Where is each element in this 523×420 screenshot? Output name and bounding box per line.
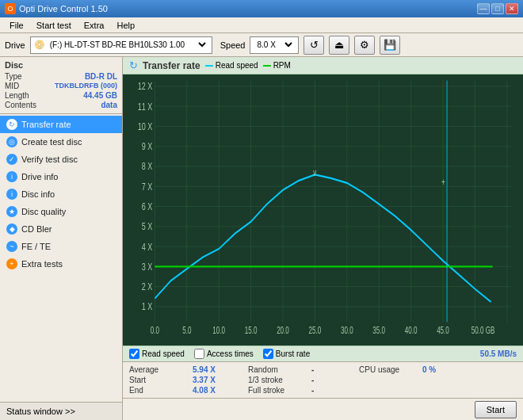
svg-text:2 X: 2 X [142, 281, 153, 292]
transfer-rate-icon: ↻ [6, 119, 17, 130]
window-title: Opti Drive Control 1.50 [19, 4, 477, 13]
nav-disc-info[interactable]: i Disc info [0, 185, 122, 203]
status-window-button[interactable]: Status window >> [0, 402, 122, 420]
nav-extra-tests[interactable]: + Extra tests [0, 255, 122, 273]
legend-read-speed-dot [205, 65, 213, 67]
avg-value: 5.94 X [193, 365, 248, 374]
legend-rpm-dot [263, 65, 271, 67]
stat-empty1-val [422, 376, 478, 384]
svg-text:45.0: 45.0 [437, 326, 449, 336]
burst-rate-checkbox[interactable] [263, 349, 273, 359]
access-times-checkbox[interactable] [194, 349, 204, 359]
random-value: - [311, 365, 359, 374]
read-speed-opt-label: Read speed [142, 349, 185, 358]
svg-text:4 X: 4 X [142, 241, 153, 252]
cpu-value: 0 % [422, 365, 478, 374]
svg-text:+: + [441, 177, 445, 187]
read-speed-option[interactable]: Read speed [129, 349, 185, 359]
drive-label: Drive [5, 40, 25, 50]
svg-text:12 X: 12 X [138, 81, 153, 92]
nav-cd-bler-label: CD Bler [21, 224, 52, 234]
nav-create-test-disc-label: Create test disc [21, 137, 82, 147]
nav-create-test-disc[interactable]: ◎ Create test disc [0, 133, 122, 151]
start-button[interactable]: Start [475, 401, 517, 418]
nav-extra-tests-label: Extra tests [21, 259, 63, 269]
disc-section-title: Disc [5, 60, 117, 70]
main-area: Disc Type BD-R DL MID TDKBLDRFB (000) Le… [0, 57, 523, 420]
nav-cd-bler[interactable]: ◆ CD Bler [0, 220, 122, 238]
nav-disc-quality-label: Disc quality [21, 207, 66, 216]
content-area: ↻ Transfer rate Read speed RPM [123, 57, 523, 420]
svg-text:7 X: 7 X [142, 181, 153, 192]
menu-help[interactable]: Help [110, 19, 141, 32]
chart-header: ↻ Transfer rate Read speed RPM [123, 57, 523, 74]
minimize-button[interactable]: — [477, 3, 490, 14]
third-stroke-value: - [311, 376, 359, 384]
sidebar: Disc Type BD-R DL MID TDKBLDRFB (000) Le… [0, 57, 123, 420]
window-controls[interactable]: — □ ✕ [477, 3, 518, 14]
burst-rate-value: 50.5 MB/s [480, 349, 517, 358]
nav-drive-info-label: Drive info [21, 172, 58, 181]
drive-info-icon: i [6, 171, 17, 182]
disc-info-icon: i [6, 189, 17, 200]
disc-mid-value: TDKBLDRFB (000) [55, 82, 117, 90]
menu-file[interactable]: File [3, 19, 30, 32]
burst-rate-opt-label: Burst rate [276, 349, 310, 358]
speed-select[interactable]: 8.0 X [254, 40, 295, 50]
legend-read-speed: Read speed [205, 61, 258, 70]
toolbar: Drive 📀 (F:) HL-DT-ST BD-RE BH10LS30 1.0… [0, 33, 523, 57]
svg-text:30.0: 30.0 [341, 326, 353, 336]
stat-empty1 [359, 376, 422, 384]
stat-empty2-val [422, 386, 478, 395]
nav-fe-te[interactable]: ~ FE / TE [0, 238, 122, 255]
end-value: 4.08 X [193, 386, 248, 395]
nav-verify-test-disc-label: Verify test disc [21, 155, 78, 164]
stat-empty2 [359, 386, 422, 395]
nav-transfer-rate[interactable]: ↻ Transfer rate [0, 116, 122, 133]
access-times-option[interactable]: Access times [194, 349, 254, 359]
save-button[interactable]: 💾 [380, 36, 400, 55]
chart-title-icon: ↻ [129, 59, 138, 71]
disc-mid-label: MID [5, 82, 19, 90]
legend-read-speed-label: Read speed [216, 61, 258, 70]
menu-bar: File Start test Extra Help [0, 17, 523, 33]
status-window-label: Status window >> [6, 407, 75, 416]
start-value: 3.37 X [193, 376, 248, 384]
bottom-row: Start [123, 398, 523, 420]
drive-select[interactable]: (F:) HL-DT-ST BD-RE BH10LS30 1.00 [47, 40, 208, 50]
menu-start-test[interactable]: Start test [30, 19, 78, 32]
nav-list: ↻ Transfer rate ◎ Create test disc ✓ Ver… [0, 114, 122, 402]
title-bar: O Opti Drive Control 1.50 — □ ✕ [0, 0, 523, 17]
svg-text:15.0: 15.0 [245, 326, 258, 336]
nav-drive-info[interactable]: i Drive info [0, 168, 122, 185]
menu-extra[interactable]: Extra [78, 19, 111, 32]
maximize-button[interactable]: □ [491, 3, 504, 14]
third-stroke-label: 1/3 stroke [248, 376, 311, 384]
full-stroke-value: - [311, 386, 359, 395]
close-button[interactable]: ✕ [506, 3, 518, 14]
chart-options: Read speed Access times Burst rate 50.5 … [123, 346, 523, 361]
chart-title: Transfer rate [143, 60, 200, 71]
nav-transfer-rate-label: Transfer rate [21, 120, 71, 129]
nav-disc-quality[interactable]: ★ Disc quality [0, 203, 122, 220]
nav-fe-te-label: FE / TE [21, 242, 51, 251]
fe-te-icon: ~ [6, 241, 17, 252]
disc-type-value: BD-R DL [85, 72, 117, 81]
disc-section: Disc Type BD-R DL MID TDKBLDRFB (000) Le… [0, 57, 122, 114]
disc-contents-row: Contents data [5, 101, 117, 109]
eject-button[interactable]: ⏏ [329, 36, 349, 55]
settings-button[interactable]: ⚙ [354, 36, 375, 55]
svg-text:5 X: 5 X [142, 221, 153, 232]
svg-text:40.0: 40.0 [405, 326, 418, 336]
svg-text:9 X: 9 X [142, 140, 153, 151]
burst-rate-option[interactable]: Burst rate [263, 349, 310, 359]
disc-length-value: 44.45 GB [83, 91, 117, 100]
svg-text:3 X: 3 X [142, 261, 153, 272]
svg-text:10 X: 10 X [138, 120, 153, 132]
disc-contents-label: Contents [5, 101, 36, 109]
nav-verify-test-disc[interactable]: ✓ Verify test disc [0, 151, 122, 168]
stats-grid: Average 5.94 X Random - CPU usage 0 % St… [123, 361, 523, 398]
burst-rate-display: 50.5 MB/s [480, 349, 517, 358]
refresh-button[interactable]: ↺ [303, 36, 324, 55]
read-speed-checkbox[interactable] [129, 349, 139, 359]
